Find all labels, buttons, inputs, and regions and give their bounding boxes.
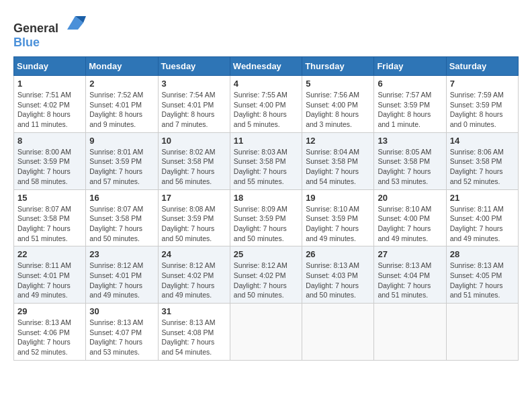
calendar-cell: 19Sunrise: 8:10 AMSunset: 3:59 PMDayligh… xyxy=(302,189,374,246)
calendar-cell: 9Sunrise: 8:01 AMSunset: 3:59 PMDaylight… xyxy=(86,132,158,189)
day-info: Sunrise: 7:59 AMSunset: 3:59 PMDaylight:… xyxy=(450,90,515,130)
calendar-cell: 12Sunrise: 8:04 AMSunset: 3:58 PMDayligh… xyxy=(302,132,374,189)
day-info: Sunrise: 8:12 AMSunset: 4:02 PMDaylight:… xyxy=(162,261,226,300)
day-info: Sunrise: 7:51 AMSunset: 4:02 PMDaylight:… xyxy=(17,90,82,130)
day-number: 16 xyxy=(89,193,154,203)
weekday-wednesday: Wednesday xyxy=(230,57,302,76)
calendar-week-2: 8Sunrise: 8:00 AMSunset: 3:59 PMDaylight… xyxy=(14,132,519,189)
day-info: Sunrise: 8:13 AMSunset: 4:07 PMDaylight:… xyxy=(89,318,154,357)
day-number: 13 xyxy=(378,136,442,146)
day-info: Sunrise: 7:54 AMSunset: 4:01 PMDaylight:… xyxy=(162,90,226,130)
day-info: Sunrise: 7:56 AMSunset: 4:00 PMDaylight:… xyxy=(306,90,370,130)
day-number: 15 xyxy=(17,193,82,203)
day-number: 30 xyxy=(89,306,154,316)
calendar-cell: 1Sunrise: 7:51 AMSunset: 4:02 PMDaylight… xyxy=(14,76,86,133)
day-info: Sunrise: 7:55 AMSunset: 4:00 PMDaylight:… xyxy=(234,90,298,130)
calendar-cell: 24Sunrise: 8:12 AMSunset: 4:02 PMDayligh… xyxy=(158,246,230,304)
day-info: Sunrise: 8:10 AMSunset: 4:00 PMDaylight:… xyxy=(378,204,442,244)
day-info: Sunrise: 8:13 AMSunset: 4:06 PMDaylight:… xyxy=(17,318,82,357)
calendar-cell: 3Sunrise: 7:54 AMSunset: 4:01 PMDaylight… xyxy=(158,76,230,133)
weekday-friday: Friday xyxy=(374,57,446,76)
day-info: Sunrise: 8:09 AMSunset: 3:59 PMDaylight:… xyxy=(234,204,298,244)
calendar-cell: 10Sunrise: 8:02 AMSunset: 3:58 PMDayligh… xyxy=(158,132,230,189)
calendar-header: SundayMondayTuesdayWednesdayThursdayFrid… xyxy=(14,57,519,76)
weekday-tuesday: Tuesday xyxy=(158,57,230,76)
day-number: 24 xyxy=(162,249,226,259)
calendar-cell: 28Sunrise: 8:13 AMSunset: 4:05 PMDayligh… xyxy=(446,246,518,304)
calendar-cell: 22Sunrise: 8:11 AMSunset: 4:01 PMDayligh… xyxy=(14,246,86,304)
day-number: 19 xyxy=(306,193,370,203)
day-info: Sunrise: 8:07 AMSunset: 3:58 PMDaylight:… xyxy=(17,204,82,244)
day-number: 5 xyxy=(306,79,370,89)
day-number: 22 xyxy=(17,249,82,259)
day-number: 18 xyxy=(234,193,298,203)
day-number: 6 xyxy=(378,79,442,89)
day-number: 4 xyxy=(234,79,298,89)
day-info: Sunrise: 8:05 AMSunset: 3:58 PMDaylight:… xyxy=(378,147,442,187)
calendar-cell: 4Sunrise: 7:55 AMSunset: 4:00 PMDaylight… xyxy=(230,76,302,133)
day-info: Sunrise: 8:02 AMSunset: 3:58 PMDaylight:… xyxy=(162,147,226,187)
day-info: Sunrise: 8:13 AMSunset: 4:05 PMDaylight:… xyxy=(450,261,515,300)
day-info: Sunrise: 7:52 AMSunset: 4:01 PMDaylight:… xyxy=(89,90,154,130)
day-number: 10 xyxy=(162,136,226,146)
day-info: Sunrise: 8:11 AMSunset: 4:00 PMDaylight:… xyxy=(450,204,515,244)
calendar-cell: 21Sunrise: 8:11 AMSunset: 4:00 PMDayligh… xyxy=(446,189,518,246)
day-number: 7 xyxy=(450,79,515,89)
calendar-cell: 8Sunrise: 8:00 AMSunset: 3:59 PMDaylight… xyxy=(14,132,86,189)
day-number: 1 xyxy=(17,79,82,89)
calendar-cell: 25Sunrise: 8:12 AMSunset: 4:02 PMDayligh… xyxy=(230,246,302,304)
day-number: 26 xyxy=(306,249,370,259)
logo: General Blue xyxy=(13,13,86,50)
calendar-cell: 23Sunrise: 8:12 AMSunset: 4:01 PMDayligh… xyxy=(86,246,158,304)
calendar-week-3: 15Sunrise: 8:07 AMSunset: 3:58 PMDayligh… xyxy=(14,189,519,246)
calendar-cell: 30Sunrise: 8:13 AMSunset: 4:07 PMDayligh… xyxy=(86,304,158,361)
day-number: 29 xyxy=(17,306,82,316)
day-number: 11 xyxy=(234,136,298,146)
weekday-sunday: Sunday xyxy=(14,57,86,76)
calendar-cell: 17Sunrise: 8:08 AMSunset: 3:59 PMDayligh… xyxy=(158,189,230,246)
day-number: 8 xyxy=(17,136,82,146)
day-number: 14 xyxy=(450,136,515,146)
calendar-cell: 14Sunrise: 8:06 AMSunset: 3:58 PMDayligh… xyxy=(446,132,518,189)
calendar-cell: 6Sunrise: 7:57 AMSunset: 3:59 PMDaylight… xyxy=(374,76,446,133)
day-info: Sunrise: 8:00 AMSunset: 3:59 PMDaylight:… xyxy=(17,147,82,187)
calendar-week-5: 29Sunrise: 8:13 AMSunset: 4:06 PMDayligh… xyxy=(14,304,519,361)
day-info: Sunrise: 8:13 AMSunset: 4:04 PMDaylight:… xyxy=(378,261,442,300)
day-number: 20 xyxy=(378,193,442,203)
day-info: Sunrise: 8:13 AMSunset: 4:03 PMDaylight:… xyxy=(306,261,370,300)
calendar-cell: 31Sunrise: 8:13 AMSunset: 4:08 PMDayligh… xyxy=(158,304,230,361)
calendar-cell: 11Sunrise: 8:03 AMSunset: 3:58 PMDayligh… xyxy=(230,132,302,189)
calendar-cell: 7Sunrise: 7:59 AMSunset: 3:59 PMDaylight… xyxy=(446,76,518,133)
calendar-week-4: 22Sunrise: 8:11 AMSunset: 4:01 PMDayligh… xyxy=(14,246,519,304)
day-number: 28 xyxy=(450,249,515,259)
day-number: 27 xyxy=(378,249,442,259)
calendar-cell: 13Sunrise: 8:05 AMSunset: 3:58 PMDayligh… xyxy=(374,132,446,189)
day-info: Sunrise: 8:07 AMSunset: 3:58 PMDaylight:… xyxy=(89,204,154,244)
day-number: 3 xyxy=(162,79,226,89)
calendar-cell xyxy=(230,304,302,361)
day-info: Sunrise: 8:11 AMSunset: 4:01 PMDaylight:… xyxy=(17,261,82,300)
day-number: 21 xyxy=(450,193,515,203)
calendar-week-1: 1Sunrise: 7:51 AMSunset: 4:02 PMDaylight… xyxy=(14,76,519,133)
day-info: Sunrise: 8:03 AMSunset: 3:58 PMDaylight:… xyxy=(234,147,298,187)
day-info: Sunrise: 8:10 AMSunset: 3:59 PMDaylight:… xyxy=(306,204,370,244)
calendar-cell: 29Sunrise: 8:13 AMSunset: 4:06 PMDayligh… xyxy=(14,304,86,361)
day-number: 9 xyxy=(89,136,154,146)
page-header: General Blue xyxy=(13,13,519,50)
logo-general: General xyxy=(13,21,58,35)
day-info: Sunrise: 8:01 AMSunset: 3:59 PMDaylight:… xyxy=(89,147,154,187)
calendar-cell: 16Sunrise: 8:07 AMSunset: 3:58 PMDayligh… xyxy=(86,189,158,246)
weekday-monday: Monday xyxy=(86,57,158,76)
day-info: Sunrise: 8:12 AMSunset: 4:02 PMDaylight:… xyxy=(234,261,298,300)
calendar-cell: 2Sunrise: 7:52 AMSunset: 4:01 PMDaylight… xyxy=(86,76,158,133)
day-info: Sunrise: 8:04 AMSunset: 3:58 PMDaylight:… xyxy=(306,147,370,187)
weekday-saturday: Saturday xyxy=(446,57,518,76)
day-info: Sunrise: 7:57 AMSunset: 3:59 PMDaylight:… xyxy=(378,90,442,130)
calendar-cell: 15Sunrise: 8:07 AMSunset: 3:58 PMDayligh… xyxy=(14,189,86,246)
weekday-header-row: SundayMondayTuesdayWednesdayThursdayFrid… xyxy=(14,57,519,76)
calendar-cell: 18Sunrise: 8:09 AMSunset: 3:59 PMDayligh… xyxy=(230,189,302,246)
day-number: 31 xyxy=(162,306,226,316)
logo-blue: Blue xyxy=(13,36,40,49)
calendar-cell: 5Sunrise: 7:56 AMSunset: 4:00 PMDaylight… xyxy=(302,76,374,133)
calendar-cell: 27Sunrise: 8:13 AMSunset: 4:04 PMDayligh… xyxy=(374,246,446,304)
